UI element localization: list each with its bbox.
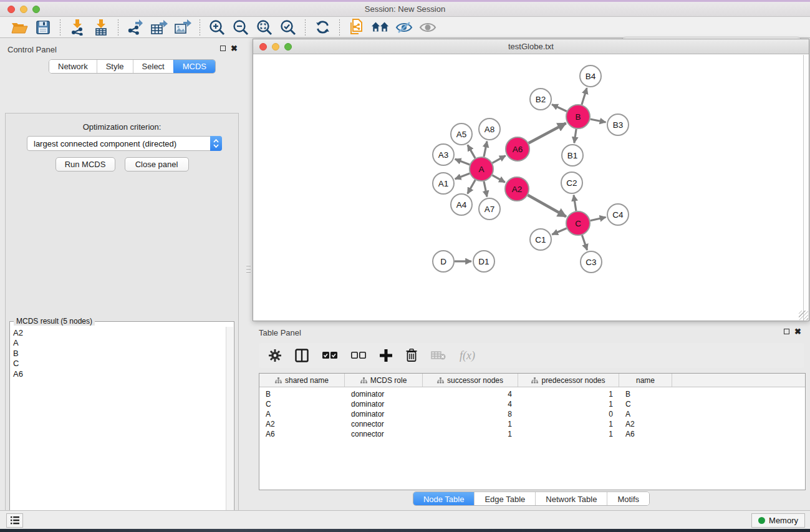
zoom-in-icon[interactable] (208, 19, 226, 36)
window-resize-grip[interactable] (799, 311, 808, 320)
memory-button[interactable]: Memory (751, 513, 805, 528)
graph-edge-A-A5[interactable] (468, 145, 475, 158)
cell-successor-nodes[interactable]: 4 (423, 390, 518, 399)
run-mcds-button[interactable]: Run MCDS (55, 157, 115, 172)
graph-node-B4[interactable]: B4 (580, 65, 601, 87)
table-row[interactable]: C dominator 4 1 C (259, 399, 805, 409)
tab-style[interactable]: Style (97, 60, 133, 73)
cell-mcds-role[interactable]: dominator (345, 390, 423, 399)
graph-node-D[interactable]: D (433, 251, 454, 272)
graph-node-B3[interactable]: B3 (607, 114, 629, 135)
network-canvas[interactable]: AA1A2A3A4A5A6A7A8BB1B2B3B4CC1C2C3C4DD1 (253, 55, 803, 321)
graph-edge-A2-C[interactable] (528, 195, 566, 216)
tab-motifs[interactable]: Motifs (607, 492, 649, 506)
cell-shared-name[interactable]: A6 (259, 430, 345, 438)
cell-name[interactable]: C (619, 400, 672, 409)
tab-network-table[interactable]: Network Table (535, 492, 607, 506)
graph-node-C2[interactable]: C2 (561, 172, 582, 193)
export-table-icon[interactable] (150, 19, 168, 36)
cell-mcds-role[interactable]: dominator (345, 400, 423, 409)
graph-node-A4[interactable]: A4 (451, 194, 472, 215)
graph-node-C[interactable]: C (566, 211, 590, 235)
cell-predecessor-nodes[interactable]: 0 (518, 410, 619, 418)
network-window-titlebar[interactable]: testGlobe.txt (253, 39, 809, 54)
home-view-icon[interactable] (371, 19, 390, 36)
cell-shared-name[interactable]: B (259, 390, 345, 399)
result-item[interactable]: A (13, 338, 226, 348)
delete-column-trash-icon[interactable] (406, 349, 417, 362)
cell-name[interactable]: A6 (619, 430, 672, 438)
result-item[interactable]: B (13, 349, 226, 359)
zoom-out-icon[interactable] (231, 19, 250, 36)
graph-edge-A-A3[interactable] (455, 159, 470, 165)
float-panel-icon[interactable] (220, 46, 226, 51)
close-panel-icon[interactable]: ✖ (794, 329, 801, 334)
cell-successor-nodes[interactable]: 1 (423, 420, 518, 428)
column-header-predecessor-nodes[interactable]: predecessor nodes (518, 374, 619, 387)
graph-node-A2[interactable]: A2 (505, 177, 529, 201)
new-network-from-selection-icon[interactable] (347, 19, 366, 36)
select-all-checks-icon[interactable] (322, 352, 337, 359)
graph-node-A[interactable]: A (470, 157, 493, 181)
cell-name[interactable]: B (619, 390, 672, 399)
column-header-mcds-role[interactable]: MCDS role (345, 374, 423, 387)
graph-node-A8[interactable]: A8 (479, 118, 500, 140)
graph-edge-C-C4[interactable] (591, 217, 606, 220)
graph-edge-C-C3[interactable] (582, 235, 587, 250)
column-header-name[interactable]: name (619, 374, 672, 387)
graph-node-A1[interactable]: A1 (433, 173, 454, 194)
cell-successor-nodes[interactable]: 4 (423, 400, 518, 409)
cell-name[interactable]: A2 (619, 420, 672, 428)
graph-node-D1[interactable]: D1 (473, 251, 494, 272)
cell-shared-name[interactable]: C (259, 400, 345, 409)
result-scrollbar[interactable] (226, 327, 233, 530)
column-header-successor-nodes[interactable]: successor nodes (423, 374, 518, 387)
cell-successor-nodes[interactable]: 8 (423, 410, 518, 418)
mcds-result-list[interactable]: A2 A B C A6 (11, 327, 226, 530)
cell-mcds-role[interactable]: connector (345, 420, 423, 428)
graph-edge-A-A8[interactable] (484, 142, 487, 157)
tab-select[interactable]: Select (133, 60, 173, 73)
graph-node-B[interactable]: B (566, 105, 590, 128)
table-row[interactable]: A dominator 8 0 A (259, 409, 805, 419)
graph-node-A5[interactable]: A5 (451, 123, 472, 145)
graph-edge-C-C2[interactable] (574, 195, 576, 211)
cell-mcds-role[interactable]: connector (345, 430, 423, 438)
open-session-icon[interactable] (10, 19, 29, 36)
graph-edge-A-A2[interactable] (492, 175, 504, 182)
graph-node-C3[interactable]: C3 (581, 251, 602, 273)
zoom-selected-icon[interactable] (279, 19, 297, 36)
table-settings-gear-icon[interactable] (269, 349, 281, 362)
import-table-icon[interactable] (92, 19, 110, 36)
clear-all-checks-icon[interactable] (351, 352, 366, 359)
cell-name[interactable]: A (619, 410, 672, 418)
graph-node-A6[interactable]: A6 (506, 137, 529, 161)
cell-successor-nodes[interactable]: 1 (423, 430, 518, 438)
close-panel-button[interactable]: Close panel (125, 157, 189, 172)
table-row[interactable]: A2 connector 1 1 A2 (259, 419, 805, 429)
cell-predecessor-nodes[interactable]: 1 (518, 390, 619, 399)
result-item[interactable]: A6 (13, 369, 226, 379)
cell-predecessor-nodes[interactable]: 1 (518, 420, 619, 428)
float-panel-icon[interactable] (784, 329, 789, 334)
tab-edge-table[interactable]: Edge Table (474, 492, 535, 506)
zoom-fit-icon[interactable] (255, 19, 274, 36)
graph-node-C1[interactable]: C1 (530, 229, 551, 250)
graph-edge-B-B1[interactable] (574, 129, 576, 143)
panel-splitter-handle[interactable] (246, 265, 251, 274)
hide-panels-eye-icon[interactable] (395, 19, 413, 36)
graph-edge-A-A1[interactable] (455, 173, 470, 179)
graph-node-C4[interactable]: C4 (607, 204, 629, 225)
tab-node-table[interactable]: Node Table (413, 492, 475, 506)
cell-predecessor-nodes[interactable]: 1 (518, 400, 619, 409)
column-layout-icon[interactable] (295, 349, 309, 362)
result-item[interactable]: C (13, 359, 226, 369)
criterion-dropdown[interactable]: largest connected component (directed) (27, 136, 222, 151)
graph-edge-A6-B[interactable] (529, 123, 566, 143)
result-item[interactable]: A2 (13, 328, 226, 338)
refresh-layout-icon[interactable] (313, 19, 332, 36)
graph-node-B2[interactable]: B2 (530, 89, 551, 110)
table-row[interactable]: B dominator 4 1 B (259, 389, 805, 399)
node-table[interactable]: shared name MCDS role successor nodes pr… (259, 373, 806, 490)
show-panels-eye-icon[interactable] (418, 19, 437, 36)
